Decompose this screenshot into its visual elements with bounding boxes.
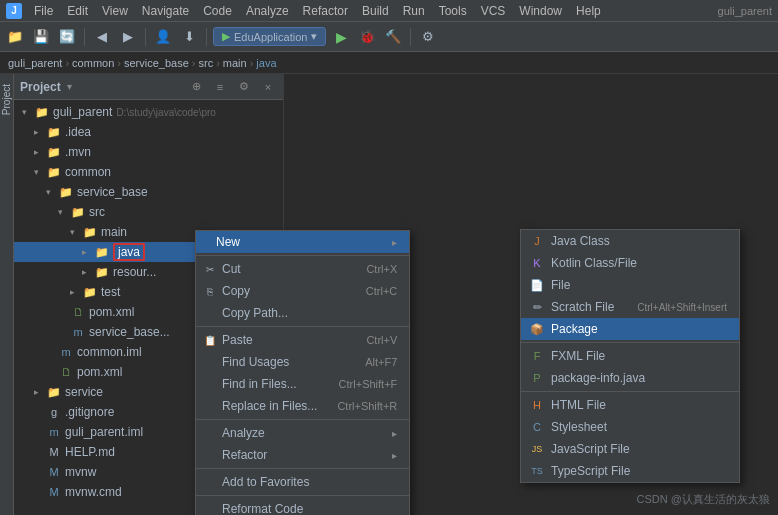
ctx-refactor-arrow: ▸ [392, 450, 397, 461]
sub-javascript-file[interactable]: JS JavaScript File [521, 438, 739, 460]
kotlin-class-icon: K [529, 255, 545, 271]
ctx-replace-icon [202, 398, 218, 414]
fxml-icon: F [529, 348, 545, 364]
ctx-cut[interactable]: ✂ Cut Ctrl+X [196, 258, 409, 280]
ctx-find-in-files-label: Find in Files... [222, 377, 297, 391]
ctx-copy-label: Copy [222, 284, 250, 298]
ctx-reformat-label: Reformat Code [222, 502, 303, 515]
file-icon: 📄 [529, 277, 545, 293]
ctx-paste[interactable]: 📋 Paste Ctrl+V [196, 329, 409, 351]
ctx-add-favorites[interactable]: Add to Favorites [196, 471, 409, 493]
ctx-find-usages-icon [202, 354, 218, 370]
ctx-find-files-icon [202, 376, 218, 392]
ctx-sep1 [196, 255, 409, 256]
sub-file[interactable]: 📄 File [521, 274, 739, 296]
sub-package-info[interactable]: P package-info.java [521, 367, 739, 389]
ctx-paste-shortcut: Ctrl+V [346, 334, 397, 346]
stylesheet-label: Stylesheet [551, 420, 607, 434]
kotlin-class-label: Kotlin Class/File [551, 256, 637, 270]
java-class-label: Java Class [551, 234, 610, 248]
ts-icon: TS [529, 463, 545, 479]
ctx-copy-shortcut: Ctrl+C [346, 285, 397, 297]
sub-sep1 [521, 342, 739, 343]
context-menu: New ▸ ✂ Cut Ctrl+X ⎘ Copy Ctrl+C Copy Pa… [195, 230, 410, 515]
sub-html-file[interactable]: H HTML File [521, 394, 739, 416]
ctx-paste-icon: 📋 [202, 332, 218, 348]
sub-sep2 [521, 391, 739, 392]
sub-stylesheet[interactable]: C Stylesheet [521, 416, 739, 438]
ctx-copy-path-icon [202, 305, 218, 321]
fxml-label: FXML File [551, 349, 605, 363]
sub-kotlin-class[interactable]: K Kotlin Class/File [521, 252, 739, 274]
ctx-refactor-icon [202, 447, 218, 463]
ctx-sep3 [196, 419, 409, 420]
ctx-refactor[interactable]: Refactor ▸ [196, 444, 409, 466]
ctx-cut-icon: ✂ [202, 261, 218, 277]
ctx-new-label: New [216, 235, 240, 249]
ctx-new-arrow: ▸ [392, 237, 397, 248]
ctx-favorites-icon [202, 474, 218, 490]
submenu-new: J Java Class K Kotlin Class/File 📄 File … [520, 229, 740, 483]
ctx-paste-label: Paste [222, 333, 253, 347]
ctx-sep2 [196, 326, 409, 327]
package-label: Package [551, 322, 598, 336]
ctx-cut-shortcut: Ctrl+X [346, 263, 397, 275]
html-label: HTML File [551, 398, 606, 412]
context-menu-overlay: New ▸ ✂ Cut Ctrl+X ⎘ Copy Ctrl+C Copy Pa… [0, 0, 778, 515]
ctx-cut-label: Cut [222, 262, 241, 276]
package-icon: 📦 [529, 321, 545, 337]
ctx-copy-path-label: Copy Path... [222, 306, 288, 320]
pkg-info-label: package-info.java [551, 371, 645, 385]
ctx-replace-in-files-shortcut: Ctrl+Shift+R [317, 400, 397, 412]
javascript-label: JavaScript File [551, 442, 630, 456]
sub-typescript-file[interactable]: TS TypeScript File [521, 460, 739, 482]
ctx-copy-icon: ⎘ [202, 283, 218, 299]
typescript-label: TypeScript File [551, 464, 630, 478]
ctx-analyze[interactable]: Analyze ▸ [196, 422, 409, 444]
ctx-replace-in-files-label: Replace in Files... [222, 399, 317, 413]
ctx-analyze-arrow: ▸ [392, 428, 397, 439]
sub-scratch-file[interactable]: ✏ Scratch File Ctrl+Alt+Shift+Insert [521, 296, 739, 318]
ctx-new[interactable]: New ▸ [196, 231, 409, 253]
html-icon: H [529, 397, 545, 413]
ctx-reformat[interactable]: Reformat Code [196, 498, 409, 515]
ctx-sep4 [196, 468, 409, 469]
sub-fxml-file[interactable]: F FXML File [521, 345, 739, 367]
ctx-find-usages-label: Find Usages [222, 355, 289, 369]
ctx-sep5 [196, 495, 409, 496]
sub-java-class[interactable]: J Java Class [521, 230, 739, 252]
ctx-find-usages-shortcut: Alt+F7 [345, 356, 397, 368]
scratch-shortcut: Ctrl+Alt+Shift+Insert [637, 302, 727, 313]
pkg-info-icon: P [529, 370, 545, 386]
ctx-replace-in-files[interactable]: Replace in Files... Ctrl+Shift+R [196, 395, 409, 417]
ctx-find-usages[interactable]: Find Usages Alt+F7 [196, 351, 409, 373]
scratch-icon: ✏ [529, 299, 545, 315]
ctx-copy-path[interactable]: Copy Path... [196, 302, 409, 324]
ctx-add-favorites-label: Add to Favorites [222, 475, 309, 489]
ctx-refactor-label: Refactor [222, 448, 267, 462]
ctx-find-in-files-shortcut: Ctrl+Shift+F [319, 378, 398, 390]
css-icon: C [529, 419, 545, 435]
file-label: File [551, 278, 570, 292]
sub-package[interactable]: 📦 Package [521, 318, 739, 340]
java-class-icon: J [529, 233, 545, 249]
ctx-copy[interactable]: ⎘ Copy Ctrl+C [196, 280, 409, 302]
scratch-label: Scratch File [551, 300, 614, 314]
ctx-find-in-files[interactable]: Find in Files... Ctrl+Shift+F [196, 373, 409, 395]
ctx-analyze-label: Analyze [222, 426, 265, 440]
ctx-analyze-icon [202, 425, 218, 441]
ctx-reformat-icon [202, 501, 218, 515]
js-icon: JS [529, 441, 545, 457]
